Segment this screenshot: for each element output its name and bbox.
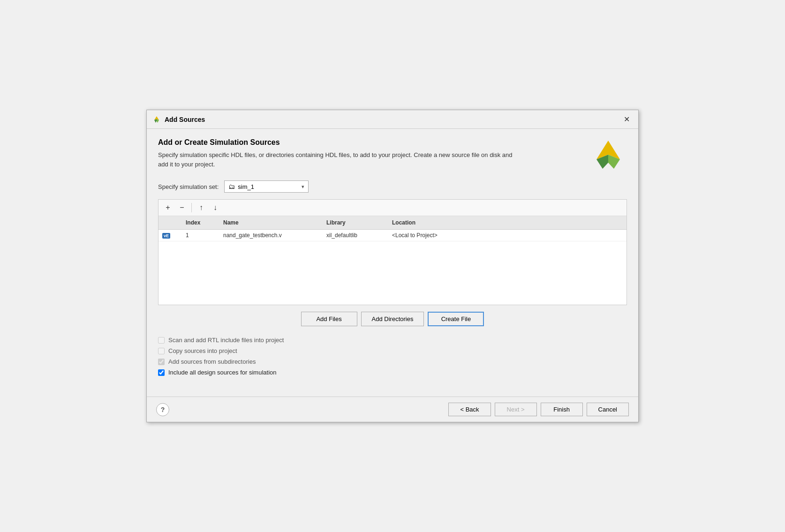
move-down-button[interactable]: ↓ [209,202,222,214]
page-description: Specify simulation specific HDL files, o… [158,150,524,169]
col-header-library: Library [323,218,388,227]
cell-index: 1 [182,230,219,241]
file-type-badge: vE [162,233,170,239]
col-header-name: Name [219,218,323,227]
add-directories-button[interactable]: Add Directories [361,312,424,326]
vivado-logo [589,138,627,171]
footer-left: ? [156,403,169,416]
dropdown-arrow-icon: ▾ [302,184,304,190]
sim-set-label: Specify simulation set: [158,183,219,190]
remove-row-button[interactable]: − [175,202,189,214]
checkboxes-section: Scan and add RTL include files into proj… [158,335,627,387]
header-section: Add or Create Simulation Sources Specify… [158,138,627,171]
table-toolbar: + − ↑ ↓ [159,200,626,216]
next-button[interactable]: Next > [495,403,537,416]
page-heading: Add or Create Simulation Sources [158,138,524,147]
dialog-content: Add or Create Simulation Sources Specify… [147,129,638,397]
folder-icon: 🗂 [228,183,235,190]
add-sources-dialog: Add Sources ✕ Add or Create Simulation S… [146,110,639,422]
add-files-button[interactable]: Add Files [301,312,357,326]
col-header-extra [482,218,626,227]
move-up-button[interactable]: ↑ [195,202,208,214]
cell-location: <Local to Project> [388,230,482,241]
title-bar: Add Sources ✕ [147,110,638,129]
scan-rtl-checkbox[interactable] [158,337,165,344]
add-subdirs-label: Add sources from subdirectories [168,358,256,365]
title-bar-left: Add Sources [152,115,205,124]
cell-extra [482,233,626,238]
cell-name: nand_gate_testbench.v [219,230,323,241]
dialog-footer: ? < Back Next > Finish Cancel [147,397,638,422]
checkbox-row-copy-sources: Copy sources into project [158,347,627,354]
cell-badge: vE [159,230,182,241]
dialog-title: Add Sources [165,116,205,123]
col-header-index: Index [182,218,219,227]
toolbar-divider [191,203,192,212]
add-row-button[interactable]: + [161,202,174,214]
checkbox-row-scan-rtl: Scan and add RTL include files into proj… [158,337,627,344]
sim-set-row: Specify simulation set: 🗂 sim_1 ▾ [158,180,627,193]
table-body: vE 1 nand_gate_testbench.v xil_defaultli… [159,230,626,305]
help-button[interactable]: ? [156,403,169,416]
table-row[interactable]: vE 1 nand_gate_testbench.v xil_defaultli… [159,230,626,241]
checkbox-row-include-design: Include all design sources for simulatio… [158,369,627,376]
sim-set-value: sim_1 [238,183,254,190]
create-file-button[interactable]: Create File [428,312,484,326]
vivado-title-icon [152,115,161,124]
file-table-container: + − ↑ ↓ Index Name Library Location [158,199,627,305]
include-design-checkbox[interactable] [158,369,165,376]
include-design-label: Include all design sources for simulatio… [168,369,277,376]
footer-right: < Back Next > Finish Cancel [448,403,629,416]
close-button[interactable]: ✕ [621,114,633,125]
col-header-location: Location [388,218,482,227]
action-buttons: Add Files Add Directories Create File [158,312,627,326]
cell-library: xil_defaultlib [323,230,388,241]
cancel-button[interactable]: Cancel [587,403,629,416]
finish-button[interactable]: Finish [541,403,583,416]
col-header-icon [159,218,182,227]
scan-rtl-label: Scan and add RTL include files into proj… [168,337,284,344]
checkbox-row-add-subdirs: Add sources from subdirectories [158,358,627,365]
back-button[interactable]: < Back [448,403,491,416]
copy-sources-checkbox[interactable] [158,348,165,354]
sim-set-dropdown[interactable]: 🗂 sim_1 ▾ [224,180,309,193]
table-header: Index Name Library Location [159,216,626,230]
add-subdirs-checkbox[interactable] [158,359,165,365]
copy-sources-label: Copy sources into project [168,347,237,354]
header-text: Add or Create Simulation Sources Specify… [158,138,524,169]
